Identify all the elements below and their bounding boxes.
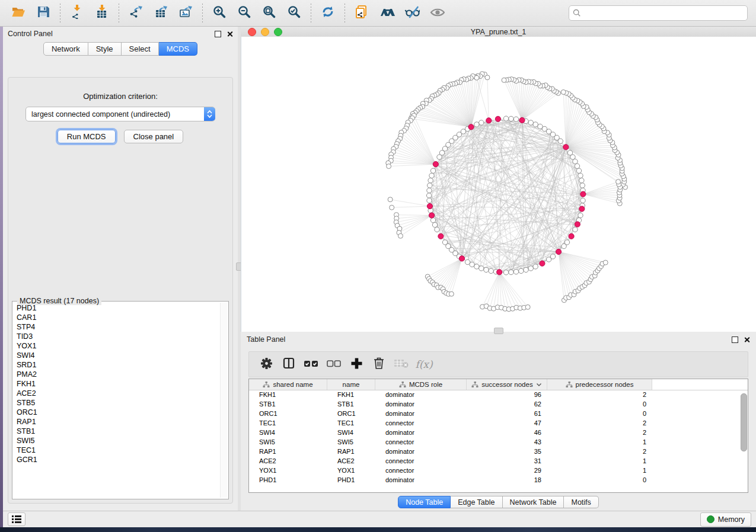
column-header-MCDS-role[interactable]: MCDS role	[375, 379, 467, 390]
mcds-result-item[interactable]: ACE2	[14, 389, 220, 398]
network-hub-node[interactable]	[495, 116, 500, 121]
network-node[interactable]	[576, 168, 581, 173]
network-node[interactable]	[575, 164, 579, 168]
float-table-panel-icon[interactable]	[732, 336, 738, 343]
zoom-selected-button[interactable]	[284, 3, 304, 23]
network-node[interactable]	[428, 178, 433, 182]
hide-selected-button[interactable]	[401, 3, 422, 23]
mcds-result-item[interactable]: PMA2	[14, 370, 220, 379]
network-node[interactable]	[525, 305, 530, 309]
memory-button[interactable]: Memory	[700, 512, 751, 527]
network-node[interactable]	[509, 116, 513, 121]
close-panel-button[interactable]: Close panel	[124, 130, 184, 143]
criterion-dropdown[interactable]: largest connected component (undirected)	[25, 107, 215, 121]
network-node[interactable]	[533, 264, 538, 269]
network-node[interactable]	[430, 168, 435, 173]
network-hub-node[interactable]	[427, 203, 432, 209]
close-panel-icon[interactable]	[227, 31, 233, 37]
network-hub-node[interactable]	[429, 213, 434, 218]
network-node[interactable]	[580, 183, 585, 188]
table-row[interactable]: ACE2ACE2connector311	[249, 457, 748, 466]
column-header-predecessor-nodes[interactable]: predecessor nodes	[547, 379, 652, 390]
export-network-button[interactable]	[126, 3, 146, 23]
network-node[interactable]	[489, 268, 493, 273]
network-node[interactable]	[567, 150, 572, 155]
apply-layout-button[interactable]	[318, 3, 338, 23]
network-node[interactable]	[432, 222, 437, 227]
network-node[interactable]	[474, 75, 479, 80]
network-hub-node[interactable]	[486, 118, 492, 123]
mcds-result-item[interactable]: STB5	[14, 398, 220, 408]
network-hub-node[interactable]	[433, 162, 438, 167]
network-hub-node[interactable]	[575, 222, 580, 227]
column-header-successor-nodes[interactable]: successor nodes	[467, 379, 547, 390]
network-node[interactable]	[533, 122, 538, 127]
mcds-result-item[interactable]: PHD1	[14, 303, 220, 313]
mcds-result-item[interactable]: SWI5	[14, 436, 220, 446]
search-input[interactable]	[581, 8, 744, 18]
select-all-columns-button[interactable]	[302, 355, 320, 373]
network-node[interactable]	[470, 262, 474, 267]
mcds-result-item[interactable]: YOX1	[14, 341, 220, 351]
network-node[interactable]	[561, 89, 566, 94]
show-columns-button[interactable]	[280, 355, 298, 373]
table-row[interactable]: ORC1ORC1dominator610	[249, 409, 748, 419]
network-node[interactable]	[398, 233, 403, 238]
network-node[interactable]	[578, 173, 583, 178]
mcds-result-item[interactable]: TID3	[14, 332, 220, 341]
network-node[interactable]	[603, 260, 608, 265]
network-node[interactable]	[550, 254, 555, 259]
mcds-result-item[interactable]: SWI4	[14, 351, 220, 360]
unselect-all-columns-button[interactable]	[325, 355, 343, 373]
mcds-result-item[interactable]: TEC1	[14, 446, 220, 455]
network-node[interactable]	[435, 227, 439, 232]
open-session-button[interactable]	[8, 3, 28, 23]
mcds-list-scrollbar[interactable]	[220, 303, 227, 498]
mcds-result-item[interactable]: STB1	[14, 427, 220, 436]
network-node[interactable]	[485, 75, 490, 80]
network-node[interactable]	[427, 188, 432, 193]
zoom-in-button[interactable]	[209, 3, 229, 23]
show-hidden-button[interactable]	[426, 3, 446, 23]
export-table-button[interactable]	[151, 3, 171, 23]
table-row[interactable]: RAP1RAP1dominator352	[249, 447, 748, 457]
table-row[interactable]: YOX1YOX1connector291	[249, 466, 748, 476]
network-hub-node[interactable]	[569, 233, 574, 239]
network-node[interactable]	[580, 198, 585, 203]
network-node[interactable]	[538, 124, 543, 129]
network-node[interactable]	[528, 266, 533, 271]
network-node[interactable]	[564, 240, 569, 245]
network-node[interactable]	[519, 268, 524, 273]
network-hub-node[interactable]	[540, 261, 545, 266]
network-node[interactable]	[502, 78, 506, 82]
table-row[interactable]: STB1STB1dominator620	[249, 400, 748, 409]
network-node[interactable]	[503, 116, 508, 121]
network-node[interactable]	[388, 197, 393, 202]
mcds-result-item[interactable]: GCR1	[14, 455, 220, 464]
network-node[interactable]	[484, 267, 489, 272]
tab-node-table[interactable]: Node Table	[398, 496, 451, 508]
network-node[interactable]	[524, 267, 528, 272]
network-hub-node[interactable]	[579, 206, 585, 211]
network-node[interactable]	[513, 270, 518, 274]
network-node[interactable]	[528, 120, 533, 125]
import-network-button[interactable]	[67, 3, 87, 23]
network-node[interactable]	[437, 155, 442, 159]
zoom-out-button[interactable]	[234, 3, 254, 23]
network-node[interactable]	[479, 266, 484, 271]
table-row[interactable]: PHD1PHD1dominator180	[249, 476, 748, 485]
network-hub-node[interactable]	[556, 249, 561, 254]
network-node[interactable]	[474, 122, 479, 127]
network-node[interactable]	[578, 213, 583, 217]
network-node[interactable]	[474, 264, 479, 269]
tab-motifs[interactable]: Motifs	[564, 496, 598, 508]
table-scrollbar[interactable]	[741, 392, 747, 490]
import-table-button[interactable]	[92, 3, 112, 23]
mcds-result-item[interactable]: STP4	[14, 322, 220, 332]
table-settings-button[interactable]	[257, 355, 275, 373]
network-hub-node[interactable]	[563, 145, 569, 150]
network-hub-node[interactable]	[497, 270, 502, 275]
network-canvas[interactable]	[241, 37, 756, 332]
table-row[interactable]: FKH1FKH1dominator962	[249, 390, 748, 400]
table-scrollbar-thumb[interactable]	[741, 393, 747, 451]
